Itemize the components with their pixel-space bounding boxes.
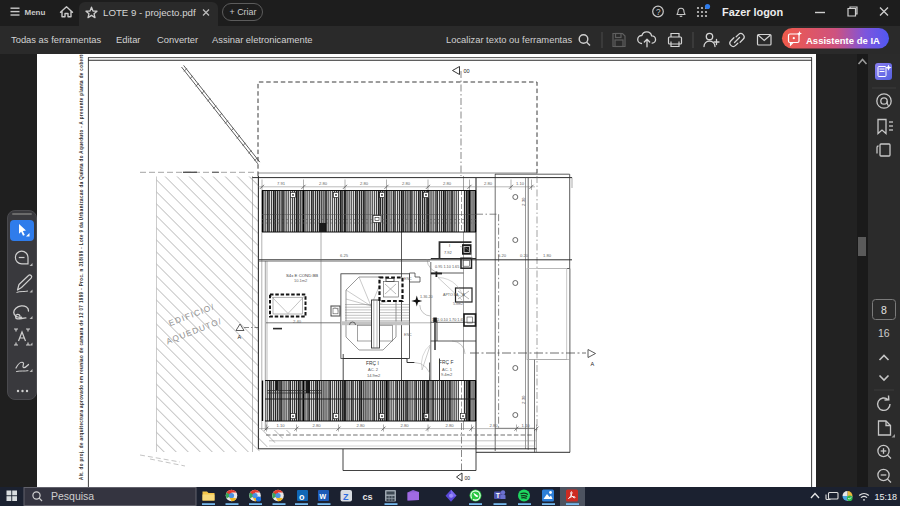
svg-text:FRÇ I: FRÇ I [366,361,379,366]
svg-text:FRÇ F: FRÇ F [439,360,453,365]
svg-text:2.80: 2.80 [484,181,493,186]
svg-text:T: T [496,492,501,499]
svg-text:2.80: 2.80 [446,423,455,428]
svg-text:ENC: ENC [404,333,412,337]
svg-text:1.10: 1.10 [516,181,525,186]
svg-text:2.80: 2.80 [313,423,322,428]
svg-text:2.30: 2.30 [521,395,526,404]
svg-text:1.80: 1.80 [543,253,552,258]
svg-text:2.40: 2.40 [293,319,302,324]
svg-text:2.80: 2.80 [401,423,410,428]
svg-text:6.25: 6.25 [340,253,349,258]
svg-text:2.80: 2.80 [360,181,369,186]
svg-text:7.92: 7.92 [444,250,453,255]
svg-text:5.20: 5.20 [498,253,507,258]
svg-text:ENC: ENC [404,277,412,281]
svg-text:Alt. do proj. de arquitectura: Alt. do proj. de arquitectura aprovado e… [79,0,84,480]
svg-text:9.4m2: 9.4m2 [441,372,453,377]
svg-text:+ Criar: + Criar [230,7,257,17]
svg-text:0.20: 0.20 [520,253,529,258]
svg-text:16: 16 [878,327,890,339]
svg-text:7.91: 7.91 [277,181,286,186]
svg-text:LOTE 9 - projecto.pdf: LOTE 9 - projecto.pdf [103,7,196,18]
svg-text:A: A [238,334,242,340]
svg-text:5.8m2: 5.8m2 [453,302,463,306]
svg-text:2.30: 2.30 [521,197,526,206]
svg-text:2.80: 2.80 [357,423,366,428]
svg-text:o: o [299,492,305,502]
svg-text:w: w [319,491,327,501]
svg-text:2.80: 2.80 [402,181,411,186]
svg-text:2.80: 2.80 [443,181,452,186]
svg-text:1.36.20: 1.36.20 [420,295,433,299]
svg-text:APTO BA... B: APTO BA... B [443,293,466,297]
svg-text:?: ? [656,8,661,17]
svg-text:I: I [449,243,450,248]
svg-text:1.10: 1.10 [277,423,286,428]
svg-text:15:18: 15:18 [875,492,898,502]
svg-text:00: 00 [465,475,471,481]
svg-text:Fazer logon: Fazer logon [722,6,783,18]
svg-text:00: 00 [464,68,470,74]
svg-text:1.45 0.10 1.70 1.65: 1.45 0.10 1.70 1.65 [432,318,465,322]
svg-text:14.9m2: 14.9m2 [367,373,381,378]
svg-text:0.95 1.10 1.65: 0.95 1.10 1.65 [435,265,459,269]
svg-text:10.1m2: 10.1m2 [294,278,308,283]
svg-text:Assistente de IA: Assistente de IA [806,35,880,46]
svg-text:Pesquisa: Pesquisa [51,490,94,502]
svg-text:8: 8 [881,304,887,316]
svg-text:AC. 1: AC. 1 [442,367,453,372]
svg-text:A: A [591,361,595,367]
svg-text:2.80: 2.80 [490,423,499,428]
svg-text:2.80: 2.80 [319,181,328,186]
svg-text:Z: Z [343,492,349,502]
svg-text:cs: cs [363,492,373,502]
svg-text:AC. 2: AC. 2 [368,367,379,372]
svg-text:Menu: Menu [25,8,46,17]
svg-text:1.10: 1.10 [522,423,531,428]
